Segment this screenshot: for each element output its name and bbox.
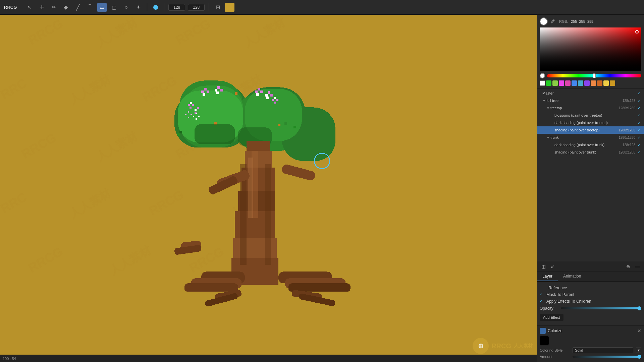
svg-rect-20 <box>192 104 194 106</box>
swatch-green[interactable] <box>546 80 551 86</box>
opacity-thumb[interactable] <box>637 306 641 310</box>
layer-item-blossoms[interactable]: blossoms (paint over treetop) ✓ <box>537 112 644 119</box>
swatch-orange[interactable] <box>591 80 596 86</box>
move-tool[interactable]: ✛ <box>37 3 46 12</box>
grid-tool[interactable]: ⊞ <box>213 3 222 12</box>
layer-visibility[interactable]: ✓ <box>637 142 641 147</box>
layer-item-trunk[interactable]: ▼ trunk 1280x1280 ✓ <box>537 134 644 141</box>
pattern-tool[interactable]: ✦ <box>133 3 143 12</box>
tab-animation[interactable]: Animation <box>558 272 586 281</box>
swatch-yellow[interactable] <box>603 80 609 86</box>
svg-rect-50 <box>179 131 182 133</box>
color-circle-swatch[interactable] <box>540 17 548 25</box>
colorize-swatch-row <box>540 336 641 345</box>
colorize-effect-name: Colorize <box>548 328 635 333</box>
swatch-purple[interactable] <box>584 80 590 86</box>
right-panel: 🖉 RGB: 255 255 255 <box>537 15 644 362</box>
rgb-g: 255 <box>579 19 585 23</box>
layer-item-shading-treetop[interactable]: shading (paint over treetop) 1280x1280 ✓ <box>537 126 644 134</box>
layer-visibility[interactable]: ✓ <box>637 91 641 96</box>
merge-layers-button[interactable]: ◫ <box>540 263 547 270</box>
coloring-style-select[interactable]: Solid Gradient <box>573 347 633 353</box>
layer-size: 128x128 <box>623 143 635 147</box>
eyedropper-icon[interactable]: 🖉 <box>550 19 555 24</box>
layer-item-dark-shading-trunk[interactable]: dark shading (paint over trunk) 128x128 … <box>537 141 644 148</box>
add-effect-button[interactable]: Add Effect <box>540 314 564 321</box>
delete-layer-button[interactable]: — <box>634 263 641 270</box>
tab-layer[interactable]: Layer <box>537 272 558 281</box>
amount-slider[interactable] <box>573 356 641 358</box>
rect-fill-tool[interactable]: ▢ <box>109 3 119 12</box>
swatch-blue[interactable] <box>572 80 577 86</box>
logo-circle: ⊕ <box>473 338 489 354</box>
layer-item-full-tree[interactable]: ▼ full tree 128x128 ✓ <box>537 97 644 104</box>
svg-rect-18 <box>188 104 190 106</box>
swatch-rose[interactable] <box>565 80 571 86</box>
layer-item-shading-trunk[interactable]: shading (paint over trunk) 1280x1280 ✓ <box>537 148 644 156</box>
height-input[interactable]: 128 <box>188 4 205 11</box>
svg-rect-37 <box>265 94 268 97</box>
hue-thumb[interactable] <box>593 73 596 78</box>
canvas-area[interactable]: RRCG 人人素材 RRCG 人人素材 RRC 人人素材 RRCG 人人素材 R… <box>0 15 537 362</box>
swatch-pink[interactable] <box>559 80 564 86</box>
brush-color-indicator <box>153 5 158 10</box>
apply-effects-check[interactable]: ✓ <box>540 299 544 304</box>
color-gradient-picker[interactable] <box>540 27 641 71</box>
svg-rect-32 <box>196 118 197 120</box>
layer-visibility[interactable]: ✓ <box>637 106 641 110</box>
color-picker-area: 🖉 RGB: 255 255 255 <box>537 15 644 89</box>
mask-to-parent-row[interactable]: ✓ Mask To Parent <box>540 291 641 298</box>
swatch-white[interactable] <box>540 80 545 86</box>
swatch-gold[interactable] <box>610 80 615 86</box>
swatch-lime[interactable] <box>552 80 558 86</box>
svg-rect-21 <box>190 107 192 109</box>
logo-text: RRCG <box>491 342 511 350</box>
svg-rect-25 <box>185 114 186 115</box>
svg-rect-53 <box>290 121 293 124</box>
layer-visibility[interactable]: ✓ <box>637 128 641 132</box>
svg-rect-40 <box>266 97 269 99</box>
app-title: RRCG <box>4 5 17 10</box>
add-layer-button[interactable]: ⊕ <box>625 263 632 270</box>
zoom-level: 100 : 54 <box>3 357 16 361</box>
svg-rect-30 <box>196 113 197 114</box>
swatch-cyan[interactable] <box>578 80 583 86</box>
mask-to-parent-check[interactable]: ✓ <box>540 292 544 297</box>
svg-rect-33 <box>255 90 258 93</box>
fill-tool[interactable]: ◆ <box>61 3 70 12</box>
svg-rect-26 <box>188 111 189 113</box>
colorize-close-button[interactable]: ✕ <box>637 328 641 334</box>
hue-slider-row <box>540 73 641 78</box>
svg-rect-46 <box>235 92 237 95</box>
hue-swatch[interactable] <box>540 73 545 78</box>
layer-visibility[interactable]: ✓ <box>637 150 641 155</box>
circle-tool[interactable]: ○ <box>121 3 131 12</box>
amount-thumb[interactable] <box>637 355 641 359</box>
line-tool[interactable]: ╱ <box>73 3 83 12</box>
apply-effects-row[interactable]: ✓ Apply Effects To Children <box>540 298 641 305</box>
layer-visibility[interactable]: ✓ <box>637 98 641 103</box>
gradient-thumb[interactable] <box>635 30 639 34</box>
layer-item-master[interactable]: Master ✓ <box>537 89 644 97</box>
opacity-slider[interactable] <box>561 307 641 309</box>
layer-name: full tree <box>546 99 623 103</box>
colorize-color-swatch[interactable] <box>540 328 546 334</box>
select-tool[interactable]: ↖ <box>25 3 34 12</box>
layer-visibility[interactable]: ✓ <box>637 113 641 118</box>
rect-outline-tool[interactable]: ▭ <box>97 3 107 12</box>
coloring-style-label: Coloring Style <box>540 348 570 352</box>
layer-visibility[interactable]: ✓ <box>637 120 641 125</box>
move-layer-button[interactable]: ↙ <box>549 263 556 270</box>
layers-list: Master ✓ ▼ full tree 128x128 ✓ ▼ treetop… <box>537 89 644 261</box>
layer-item-dark-shading-treetop[interactable]: dark shading (paint over treetop) ✓ <box>537 119 644 126</box>
curve-tool[interactable]: ⌒ <box>85 3 95 12</box>
layer-visibility[interactable]: ✓ <box>637 135 641 140</box>
colorize-black-swatch[interactable] <box>540 336 549 345</box>
width-input[interactable]: 128 <box>168 4 185 11</box>
layer-item-treetop[interactable]: ▼ treetop 1280x1280 ✓ <box>537 104 644 112</box>
pencil-tool[interactable]: ✏ <box>49 3 58 12</box>
swatch-brown[interactable] <box>597 80 602 86</box>
coloring-style-dropdown-arrow[interactable]: ▾ <box>636 348 641 353</box>
color-swatch[interactable] <box>225 3 234 12</box>
hue-slider[interactable] <box>547 74 641 77</box>
